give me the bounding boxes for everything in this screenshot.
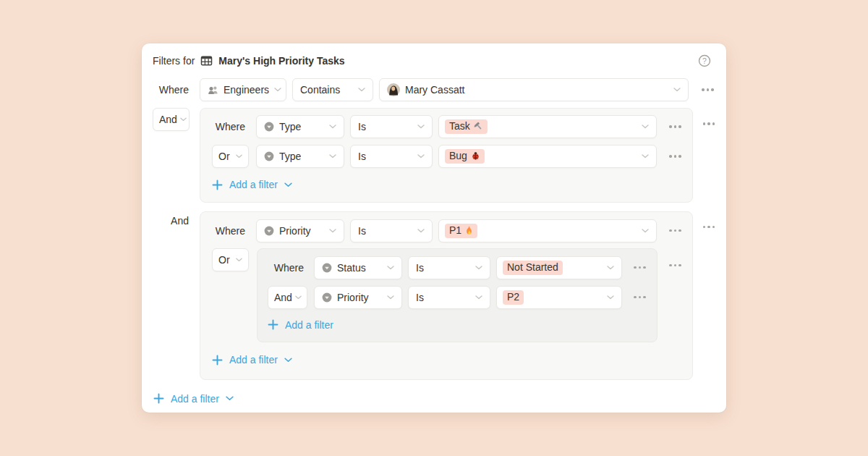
filters-for-label: Filters for (153, 55, 195, 67)
plus-icon (212, 180, 223, 190)
subgroup-menu-dots[interactable] (668, 261, 683, 271)
property-dropdown-priority[interactable]: Priority (256, 219, 344, 242)
tag-task: Task (445, 119, 488, 134)
filter-panel-header: Filters for Mary's High Priority Tasks ? (152, 52, 716, 69)
property-dropdown-engineers[interactable]: Engineers (200, 78, 286, 101)
page-background: { "colors": { "page_bg": "#f8e0d0", "acc… (0, 0, 868, 456)
svg-text:?: ? (702, 56, 707, 65)
value-dropdown-not-started[interactable]: Not Started (496, 256, 622, 279)
group-menu-dots[interactable] (702, 222, 717, 232)
property-dropdown-status[interactable]: Status (314, 256, 402, 279)
operator-label: Is (358, 121, 366, 132)
fire-icon (465, 226, 473, 235)
row-menu-dots[interactable] (700, 85, 715, 95)
add-filter-button[interactable]: Add a filter (212, 177, 292, 192)
row-menu-dots[interactable] (668, 226, 683, 236)
value-dropdown-p1[interactable]: P1 (438, 219, 657, 242)
hammer-icon (474, 122, 483, 131)
select-icon (264, 226, 274, 236)
filter-row-task: Where Type Is Task (212, 115, 692, 138)
group-menu-dots[interactable] (702, 119, 717, 129)
add-filter-button[interactable]: Add a filter (268, 318, 333, 332)
select-icon (264, 151, 274, 161)
add-filter-label: Add a filter (171, 393, 219, 405)
connector-dropdown-or[interactable]: Or (212, 145, 249, 168)
operator-dropdown-is[interactable]: Is (350, 145, 433, 168)
filter-row-bug: Or Type Is Bug (212, 145, 692, 168)
filter-row-engineers: Where Engineers Contains (152, 78, 716, 101)
people-icon (208, 85, 218, 95)
operator-dropdown-is[interactable]: Is (408, 256, 490, 279)
property-dropdown-type[interactable]: Type (256, 145, 344, 168)
operator-label: Is (416, 262, 424, 274)
connector-label: And (159, 114, 177, 125)
row-menu-dots[interactable] (632, 263, 647, 273)
connector-dropdown-and[interactable]: And (153, 108, 190, 131)
ladybug-icon (471, 151, 480, 161)
tag-label: Bug (449, 150, 467, 162)
person-avatar (387, 83, 400, 96)
select-icon (322, 292, 332, 303)
operator-dropdown-is[interactable]: Is (350, 115, 433, 138)
connector-label-and: And (171, 215, 190, 227)
property-label: Type (279, 121, 301, 132)
value-dropdown-bug[interactable]: Bug (438, 145, 657, 168)
tag-bug: Bug (445, 149, 485, 164)
value-dropdown-p2[interactable]: P2 (496, 286, 622, 309)
connector-dropdown-or[interactable]: Or (212, 248, 249, 271)
connector-label: Or (218, 254, 230, 266)
database-table-icon (200, 55, 213, 67)
connector-label-where: Where (216, 225, 249, 237)
operator-dropdown-contains[interactable]: Contains (292, 78, 373, 101)
plus-icon (153, 393, 164, 404)
connector-label: Or (218, 151, 230, 162)
value-dropdown-person[interactable]: Mary Cassatt (379, 78, 689, 101)
operator-dropdown-is[interactable]: Is (350, 219, 433, 242)
operator-label: Contains (300, 84, 340, 96)
filter-subgroup-panel: Where Status Is (257, 248, 658, 343)
select-icon (264, 122, 274, 132)
chevron-down-icon (284, 182, 292, 187)
tag-p1: P1 (445, 224, 477, 238)
property-label: Priority (337, 292, 369, 303)
tag-label: P1 (449, 224, 461, 237)
value-dropdown-task[interactable]: Task (438, 115, 657, 138)
plus-icon (268, 319, 278, 330)
filter-subgroup: Or Where Status (212, 248, 692, 343)
row-menu-dots[interactable] (632, 292, 647, 303)
operator-label: Is (358, 151, 366, 162)
add-filter-label: Add a filter (285, 319, 333, 331)
tag-label: Not Started (507, 261, 558, 274)
property-label: Status (337, 262, 366, 274)
add-filter-button[interactable]: Add a filter (153, 392, 234, 406)
connector-dropdown-and[interactable]: And (268, 286, 307, 309)
property-dropdown-priority[interactable]: Priority (314, 286, 402, 309)
tag-not-started: Not Started (503, 261, 563, 275)
connector-label-where: Where (274, 262, 307, 274)
property-label: Type (279, 151, 301, 162)
property-dropdown-type[interactable]: Type (256, 115, 344, 138)
add-filter-button[interactable]: Add a filter (212, 352, 292, 367)
filter-row-not-started: Where Status Is (268, 256, 657, 279)
row-menu-dots[interactable] (668, 151, 683, 161)
chevron-down-icon (284, 358, 292, 363)
property-label: Priority (279, 225, 311, 237)
add-filter-label: Add a filter (229, 354, 278, 366)
row-menu-dots[interactable] (668, 122, 683, 132)
property-label: Engineers (224, 84, 269, 96)
operator-label: Is (358, 225, 366, 237)
filter-group-2: And Where Priority Is P1 (152, 211, 716, 380)
value-label: Mary Cassatt (405, 84, 464, 96)
tag-label: Task (449, 120, 470, 132)
filter-panel: Filters for Mary's High Priority Tasks ?… (142, 43, 726, 413)
filter-group-1: And Where Type Is (152, 108, 716, 203)
operator-label: Is (416, 292, 424, 303)
view-title: Mary's High Priority Tasks (218, 55, 344, 67)
plus-icon (212, 355, 223, 366)
help-icon[interactable]: ? (698, 54, 711, 67)
operator-dropdown-is[interactable]: Is (408, 286, 490, 309)
filter-row-p1: Where Priority Is P1 (212, 219, 692, 242)
connector-label: And (274, 292, 292, 303)
connector-label-where: Where (159, 84, 190, 96)
connector-label-where: Where (216, 121, 249, 132)
